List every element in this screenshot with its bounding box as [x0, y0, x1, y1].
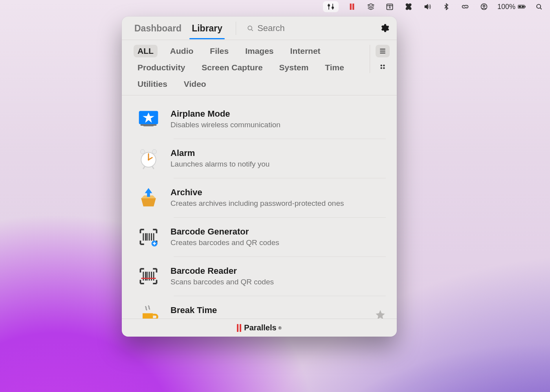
tool-desc: Disables wireless communication [170, 121, 386, 129]
battery-percent-label: 100% [497, 3, 515, 11]
filter-chip-productivity[interactable]: Productivity [134, 61, 189, 74]
tool-meta: ArchiveCreates archives including passwo… [170, 187, 386, 208]
tool-row-archive[interactable]: ArchiveCreates archives including passwo… [136, 178, 386, 217]
menubar-bluetooth-icon[interactable] [441, 1, 452, 12]
barcode-read-icon [136, 264, 161, 289]
menubar-volume-icon[interactable] [422, 1, 433, 12]
tool-meta: Airplane ModeDisables wireless communica… [170, 109, 386, 129]
tool-row-alarm[interactable]: AlarmLaunches alarms to notify you [136, 139, 386, 178]
filter-chip-system[interactable]: System [275, 61, 313, 74]
svg-point-22 [152, 150, 156, 154]
gear-icon [379, 23, 389, 33]
menubar-parallels-icon[interactable] [346, 1, 358, 12]
filter-chip-screen-capture[interactable]: Screen Capture [198, 61, 266, 74]
tool-meta: AlarmLaunches alarms to notify you [170, 148, 386, 169]
parallels-toolbox-window: Dashboard Library ALLAudioFilesImagesInt… [122, 16, 397, 337]
svg-rect-2 [350, 4, 351, 10]
svg-point-1 [332, 7, 334, 8]
filter-bar: ALLAudioFilesImagesInternetProductivityS… [122, 40, 397, 95]
menubar-calendar-icon[interactable]: 1 [384, 1, 395, 12]
filter-chip-audio[interactable]: Audio [166, 45, 197, 57]
view-list-button[interactable] [376, 45, 390, 57]
window-footer: Parallels® [122, 319, 397, 337]
tool-title: Barcode Generator [170, 227, 386, 237]
tool-row-airplane-mode[interactable]: Airplane ModeDisables wireless communica… [136, 99, 386, 139]
tool-title: Archive [170, 187, 386, 198]
svg-point-12 [381, 65, 382, 66]
header-separator [236, 22, 236, 35]
settings-button[interactable] [379, 23, 390, 34]
search-input[interactable] [257, 23, 368, 33]
filter-chip-all[interactable]: ALL [134, 45, 158, 57]
menubar-calendar-day: 1 [384, 4, 395, 9]
break-icon [136, 303, 161, 319]
search-field[interactable] [246, 23, 368, 33]
filter-chip-images[interactable]: Images [241, 45, 277, 57]
tab-dashboard[interactable]: Dashboard [134, 18, 182, 38]
footer-brand: Parallels [244, 323, 276, 332]
filter-chip-video[interactable]: Video [180, 78, 210, 90]
menubar-battery-status[interactable]: 100% [497, 1, 526, 12]
tools-list[interactable]: Airplane ModeDisables wireless communica… [122, 95, 397, 319]
tool-desc: Creates archives including password-prot… [170, 199, 386, 208]
menubar-link-icon[interactable] [460, 1, 471, 12]
menubar-butterfly-icon[interactable] [403, 1, 414, 12]
filter-chip-files[interactable]: Files [206, 45, 233, 57]
svg-point-10 [537, 4, 541, 8]
filter-chip-internet[interactable]: Internet [286, 45, 324, 57]
tool-desc: Creates barcodes and QR codes [170, 238, 386, 247]
tool-row-barcode-generator[interactable]: Barcode GeneratorCreates barcodes and QR… [136, 217, 386, 256]
archive-icon [136, 185, 161, 210]
tool-row-break-time[interactable]: Break TimeReminds to take regular breaks… [136, 296, 386, 319]
alarm-icon [136, 146, 161, 171]
tool-title: Barcode Reader [170, 266, 386, 276]
filter-chip-time[interactable]: Time [321, 61, 348, 74]
tool-meta: Break TimeReminds to take regular breaks… [170, 305, 365, 319]
svg-rect-3 [353, 4, 354, 10]
macos-menubar: 1 100% [0, 0, 550, 13]
grid-icon [379, 63, 387, 71]
tool-desc: Reminds to take regular breaks from a co… [170, 317, 365, 319]
tool-title: Alarm [170, 148, 386, 158]
svg-point-6 [483, 5, 485, 7]
tool-row-barcode-reader[interactable]: Barcode ReaderScans barcodes and QR code… [136, 256, 386, 296]
airplane-icon [136, 106, 161, 132]
menubar-spotlight-icon[interactable] [534, 1, 544, 12]
svg-point-14 [381, 68, 382, 69]
tool-title: Break Time [170, 305, 365, 315]
list-icon [379, 47, 387, 55]
search-icon [246, 24, 254, 32]
svg-point-15 [383, 68, 385, 69]
menubar-user-icon[interactable] [478, 1, 490, 12]
filter-chip-utilities[interactable]: Utilities [134, 78, 171, 90]
favorite-star-icon[interactable] [375, 309, 386, 319]
tool-desc: Launches alarms to notify you [170, 160, 386, 169]
barcode-gen-icon [136, 224, 161, 249]
view-grid-button[interactable] [376, 60, 390, 73]
menubar-parallels-toolbox-icon[interactable] [323, 1, 339, 12]
svg-point-21 [140, 150, 145, 154]
svg-rect-18 [140, 124, 156, 126]
svg-point-13 [383, 65, 385, 66]
svg-point-0 [328, 5, 330, 6]
view-toggles [370, 45, 390, 73]
footer-reg: ® [279, 326, 282, 330]
svg-rect-23 [147, 192, 150, 197]
window-header: Dashboard Library [122, 16, 397, 40]
tool-meta: Barcode GeneratorCreates barcodes and QR… [170, 227, 386, 247]
tab-library[interactable]: Library [192, 18, 222, 38]
tool-meta: Barcode ReaderScans barcodes and QR code… [170, 266, 386, 286]
tool-title: Airplane Mode [170, 109, 386, 119]
svg-point-11 [248, 26, 252, 30]
menubar-stack-icon[interactable] [365, 1, 376, 12]
tool-desc: Scans barcodes and QR codes [170, 278, 386, 286]
svg-rect-8 [525, 6, 526, 7]
parallels-logo-icon [237, 324, 241, 332]
